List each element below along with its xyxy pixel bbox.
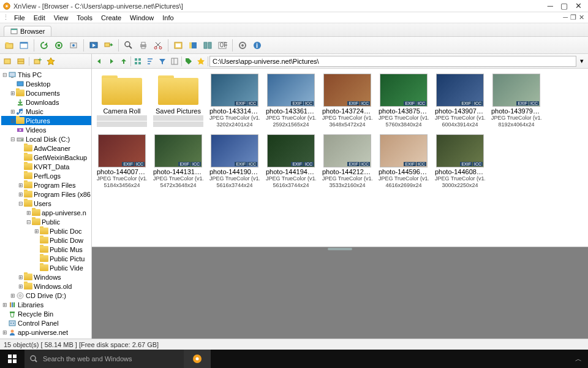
tree-node[interactable]: ⊞CD Drive (D:): [1, 291, 91, 300]
folder-item[interactable]: Saved Pictures: [153, 74, 203, 128]
expand-icon[interactable]: ⊟: [9, 136, 16, 142]
stop-button[interactable]: [52, 39, 66, 52]
menu-create[interactable]: Create: [97, 13, 126, 22]
tree-node[interactable]: Public Dow: [1, 236, 91, 245]
view-mode-button[interactable]: [132, 56, 143, 67]
expand-icon[interactable]: ⊞: [17, 283, 24, 289]
menu-edit[interactable]: Edit: [29, 13, 50, 22]
image-item[interactable]: EXIFICCphoto-14419063...JPEG TrueColor (…: [209, 134, 260, 189]
convert-button[interactable]: [102, 39, 115, 52]
image-item[interactable]: EXIFICCphoto-14460805...JPEG TrueColor (…: [435, 134, 485, 189]
tree-node[interactable]: ⊞Documents: [1, 88, 91, 98]
tree-node[interactable]: ⊞Windows.old: [1, 282, 91, 291]
fav-star-button[interactable]: [45, 56, 56, 67]
search-button[interactable]: [122, 39, 135, 52]
expand-icon[interactable]: ⊟: [17, 201, 24, 207]
image-item[interactable]: EXIFICCphoto-14331487...JPEG TrueColor (…: [209, 74, 260, 128]
tree-node[interactable]: KVRT_Data: [1, 162, 91, 171]
tree-node[interactable]: ⊞Program Files: [1, 180, 91, 190]
taskbar-search[interactable]: Search the web and Windows: [24, 350, 184, 368]
tree-node[interactable]: ⊞Pictures: [1, 116, 91, 125]
tree-node[interactable]: ⊞Music: [1, 107, 91, 116]
tree-node[interactable]: GetWeixinBackup: [1, 153, 91, 162]
taskbar-app-xnview[interactable]: [184, 350, 211, 368]
tree-node[interactable]: ⊞Windows: [1, 272, 91, 282]
image-item[interactable]: EXIFICCphoto-14387555...JPEG TrueColor (…: [379, 74, 429, 128]
slideshow-button[interactable]: [87, 39, 100, 52]
open-button[interactable]: [2, 39, 16, 52]
start-button[interactable]: [0, 350, 24, 368]
expand-icon[interactable]: ⊞: [9, 109, 16, 115]
hex-button[interactable]: 0F: [216, 39, 229, 52]
capture-button[interactable]: [172, 39, 185, 52]
tree-node[interactable]: Public Mus: [1, 245, 91, 254]
tree-node[interactable]: ⊞app-universe.net: [1, 328, 91, 337]
tree-node[interactable]: ⊟Public: [1, 217, 91, 226]
sort-button[interactable]: [145, 56, 156, 67]
new-folder-button[interactable]: +: [32, 56, 43, 67]
menu-grip[interactable]: ⋮: [2, 13, 9, 21]
tree-node[interactable]: Public Vide: [1, 263, 91, 272]
image-item[interactable]: EXIFICCphoto-14419432...JPEG TrueColor (…: [266, 134, 316, 189]
image-item[interactable]: EXIFICCphoto-14421201...JPEG TrueColor (…: [322, 134, 372, 189]
tree-node[interactable]: Public Pictu: [1, 254, 91, 263]
image-item[interactable]: EXIFICCphoto-14372404...JPEG TrueColor (…: [322, 74, 372, 128]
tree-node[interactable]: ⊞app-universe.n: [1, 208, 91, 217]
tree-node[interactable]: Desktop: [1, 79, 91, 88]
tree-node[interactable]: PerfLogs: [1, 171, 91, 180]
mdi-close-button[interactable]: ✕: [579, 13, 584, 21]
up-button[interactable]: [118, 56, 129, 67]
cut-button[interactable]: [151, 39, 165, 52]
expand-icon[interactable]: ⊞: [1, 329, 8, 335]
thumbnail-grid[interactable]: Camera RollSaved PicturesEXIFICCphoto-14…: [92, 69, 588, 247]
image-item[interactable]: EXIFICCphoto-14400739...JPEG TrueColor (…: [97, 134, 147, 189]
tree-node[interactable]: ⊞Libraries: [1, 300, 91, 309]
menu-window[interactable]: Window: [126, 13, 158, 22]
tree-node[interactable]: AdwCleaner: [1, 144, 91, 153]
address-dropdown[interactable]: ▾: [578, 56, 586, 67]
compare-button[interactable]: [201, 39, 214, 52]
tab-browser[interactable]: Browser: [4, 26, 51, 36]
image-item[interactable]: EXIFICCphoto-14390742...JPEG TrueColor (…: [435, 74, 485, 128]
fav-list-button[interactable]: [15, 56, 26, 67]
print-button[interactable]: [137, 39, 150, 52]
expand-icon[interactable]: ⊟: [1, 72, 8, 78]
rating-button[interactable]: [195, 56, 206, 67]
folder-item[interactable]: Camera Roll: [97, 74, 147, 128]
menu-info[interactable]: Info: [158, 13, 178, 22]
acquire-button[interactable]: [67, 39, 80, 52]
menu-file[interactable]: File: [10, 13, 29, 22]
close-button[interactable]: ✕: [575, 1, 582, 10]
tree-node[interactable]: Recycle Bin: [1, 309, 91, 318]
back-button[interactable]: [94, 56, 105, 67]
menu-tools[interactable]: Tools: [72, 13, 97, 22]
tree-node[interactable]: ⊞Program Files (x86: [1, 190, 91, 199]
filter-button[interactable]: [157, 56, 168, 67]
expand-icon[interactable]: ⊞: [9, 90, 16, 96]
image-item[interactable]: EXIFICCphoto-14459640...JPEG TrueColor (…: [379, 134, 429, 189]
image-item[interactable]: EXIFICCphoto-14413123...JPEG TrueColor (…: [153, 134, 203, 189]
expand-icon[interactable]: ⊞: [9, 118, 16, 124]
mdi-restore-button[interactable]: ❐: [570, 13, 576, 21]
maximize-button[interactable]: ▢: [560, 1, 568, 10]
folder-tree[interactable]: ⊟This PCDesktop⊞DocumentsDownloads⊞Music…: [0, 69, 91, 339]
tag-button[interactable]: [183, 56, 194, 67]
tree-node[interactable]: ⊟Users: [1, 199, 91, 208]
tree-node[interactable]: Downloads: [1, 98, 91, 107]
expand-icon[interactable]: ⊞: [25, 210, 32, 216]
tree-node[interactable]: Videos: [1, 125, 91, 134]
address-bar[interactable]: C:\Users\app-universe.net\Pictures\: [209, 56, 576, 67]
about-button[interactable]: i: [251, 39, 264, 52]
expand-icon[interactable]: ⊞: [17, 274, 24, 280]
tree-node[interactable]: ⊟This PC: [1, 70, 91, 79]
expand-icon[interactable]: ⊞: [33, 228, 40, 234]
menu-view[interactable]: View: [50, 13, 73, 22]
expand-icon[interactable]: ⊟: [25, 219, 32, 225]
tree-node[interactable]: Control Panel: [1, 318, 91, 328]
options-button[interactable]: [236, 39, 249, 52]
fav-add-button[interactable]: [2, 56, 13, 67]
refresh-button[interactable]: [37, 39, 51, 52]
forward-button[interactable]: [106, 56, 117, 67]
layout-button[interactable]: [169, 56, 180, 67]
tray-chevron[interactable]: ︿: [569, 355, 588, 364]
